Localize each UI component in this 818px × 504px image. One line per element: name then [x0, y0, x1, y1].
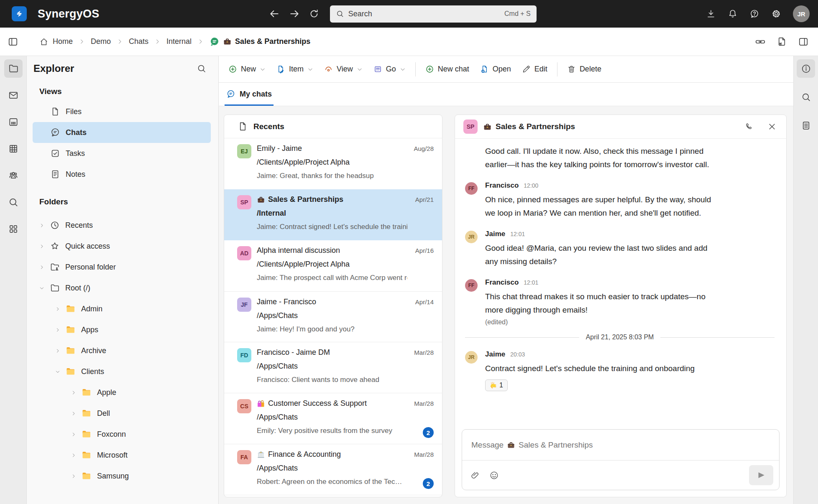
message: JR Jaime 12:01 Good idea! @Maria, can yo…: [465, 230, 775, 268]
folder-item-foxconn[interactable]: Foxconn: [27, 424, 218, 445]
chat-list-item-jaime-francisco[interactable]: JF Jaime - Francisco /Apps/Chats Jaime: …: [224, 291, 442, 342]
right-search-icon[interactable]: [797, 88, 815, 106]
attach-paperclip-icon[interactable]: [470, 471, 480, 480]
breadcrumb-current[interactable]: Sales & Partnerships: [210, 37, 310, 47]
settings-gear-icon[interactable]: [771, 9, 781, 19]
folder-item-admin[interactable]: Admin: [27, 298, 218, 319]
sender-name: Jaime: [485, 230, 505, 238]
go-button[interactable]: Go: [368, 61, 411, 78]
left-icon-rail: [0, 56, 27, 504]
download-icon[interactable]: [706, 9, 716, 19]
folder-item-samsung[interactable]: Samsung: [27, 466, 218, 486]
chevron-down-icon: [400, 66, 406, 72]
folder-item-quick-access[interactable]: Quick access: [27, 236, 218, 257]
rail-grid-icon[interactable]: [4, 140, 23, 158]
recents-list-panel: Recents EJ Emily - Jaime /Clients/Apple/…: [224, 115, 442, 497]
rail-mail-icon[interactable]: [4, 86, 23, 104]
chat-list-item-finance-accounting[interactable]: FA Finance & Accounting /Apps/Chats Robe…: [224, 444, 442, 495]
user-avatar[interactable]: JR: [793, 5, 810, 22]
folder-item-apps[interactable]: Apps: [27, 319, 218, 340]
chat-list-item-customer-success[interactable]: CS Customer Success & Support /Apps/Chat…: [224, 393, 442, 444]
rail-files-icon[interactable]: [4, 59, 23, 78]
chevron-down-icon: [357, 66, 363, 72]
chat-list-item-francisco-jaime-dm[interactable]: FD Francisco - Jaime DM /Apps/Chats Fran…: [224, 342, 442, 393]
emoji-smiley-icon[interactable]: [489, 471, 499, 480]
folder-item-clients[interactable]: Clients: [27, 361, 218, 382]
sidebar-item-notes[interactable]: Notes: [27, 164, 218, 185]
open-doc-icon: [480, 65, 489, 74]
view-button[interactable]: View: [319, 61, 368, 78]
chat-list-item-alpha-internal[interactable]: AD Alpha internal discussion /Clients/Ap…: [224, 240, 442, 291]
chat-list-item-emily-jaime[interactable]: EJ Emily - Jaime /Clients/Apple/Project …: [224, 138, 442, 189]
chevron-down-icon: [260, 66, 266, 72]
folder-item-personal-folder[interactable]: Personal folder: [27, 257, 218, 277]
sidebar-item-tasks[interactable]: Tasks: [27, 143, 218, 164]
chevron-right-icon: [71, 390, 76, 395]
folder-item-archive[interactable]: Archive: [27, 340, 218, 361]
new-chat-button[interactable]: New chat: [420, 61, 475, 78]
forward-button[interactable]: [289, 8, 300, 19]
folder-item-dell[interactable]: Dell: [27, 403, 218, 424]
open-button[interactable]: Open: [475, 61, 516, 78]
top-bar: SynergyOS Cmd + S JR: [0, 0, 818, 28]
app-title: SynergyOS: [38, 8, 99, 20]
folder-item-recents[interactable]: Recents: [27, 215, 218, 236]
page-link-icon[interactable]: [777, 36, 787, 47]
sender-name: Francisco: [485, 278, 519, 287]
copy-link-icon[interactable]: [755, 36, 766, 47]
breadcrumb-home[interactable]: Home: [39, 37, 73, 46]
info-icon[interactable]: [797, 59, 815, 78]
right-panel-toggle-icon[interactable]: [798, 36, 809, 47]
chat-date: Aug/28: [414, 145, 434, 152]
rail-search-icon[interactable]: [4, 193, 23, 211]
help-icon[interactable]: [749, 9, 759, 19]
document-outline-icon[interactable]: [797, 116, 815, 135]
right-icon-rail: [793, 56, 818, 504]
views-heading: Views: [39, 87, 218, 96]
tab-my-chats[interactable]: My chats: [225, 89, 274, 106]
global-search[interactable]: Cmd + S: [330, 5, 537, 23]
go-panel-icon: [373, 65, 382, 74]
breadcrumb-demo[interactable]: Demo: [91, 37, 111, 46]
rail-people-icon[interactable]: [4, 166, 23, 185]
reaction-chip[interactable]: 1: [485, 379, 508, 391]
rail-calendar-icon[interactable]: [4, 113, 23, 131]
sidebar-item-files[interactable]: Files: [27, 101, 218, 122]
left-panel-toggle-icon[interactable]: [8, 36, 18, 47]
avatar: FF: [465, 182, 478, 195]
chat-date: Apr/16: [415, 247, 434, 254]
delete-button[interactable]: Delete: [562, 61, 607, 78]
folder-item-microsoft[interactable]: Microsoft: [27, 445, 218, 466]
chat-date: Mar/28: [414, 349, 434, 356]
new-button[interactable]: New: [223, 61, 271, 78]
search-shortcut: Cmd + S: [504, 10, 531, 18]
chat-list-item-sales-partnerships[interactable]: SP Sales & Partnerships /Internal Jaime:…: [224, 189, 442, 240]
avatar: JR: [465, 351, 478, 364]
folder-item-apple[interactable]: Apple: [27, 382, 218, 403]
close-icon[interactable]: [768, 122, 776, 131]
edit-button[interactable]: Edit: [516, 61, 553, 78]
folder-item-root[interactable]: Root (/): [27, 277, 218, 298]
breadcrumb-internal[interactable]: Internal: [166, 37, 192, 46]
message-input[interactable]: Message Sales & Partnerships: [462, 430, 779, 461]
rail-apps-icon[interactable]: [4, 220, 23, 238]
item-button[interactable]: Item: [271, 61, 319, 78]
avatar: FD: [237, 348, 251, 362]
breadcrumb-chats[interactable]: Chats: [129, 37, 148, 46]
chevron-right-icon: [71, 453, 76, 458]
explorer-panel: Explorer Views Files Chats Tasks: [27, 56, 219, 504]
app-logo[interactable]: [12, 6, 27, 21]
notifications-icon[interactable]: [728, 9, 738, 19]
star-icon: [50, 241, 60, 251]
folder-yellow-icon: [82, 450, 92, 460]
back-button[interactable]: [269, 8, 280, 19]
search-input[interactable]: [348, 10, 500, 18]
explorer-search-icon[interactable]: [197, 64, 207, 74]
view-icon: [324, 65, 333, 74]
sidebar-item-chats[interactable]: Chats: [33, 122, 211, 143]
send-button[interactable]: [749, 465, 773, 485]
refresh-button[interactable]: [309, 9, 319, 19]
call-phone-icon[interactable]: [744, 122, 754, 131]
command-toolbar: New Item View Go: [219, 56, 793, 83]
message-composer: Message Sales & Partnerships: [462, 429, 780, 490]
